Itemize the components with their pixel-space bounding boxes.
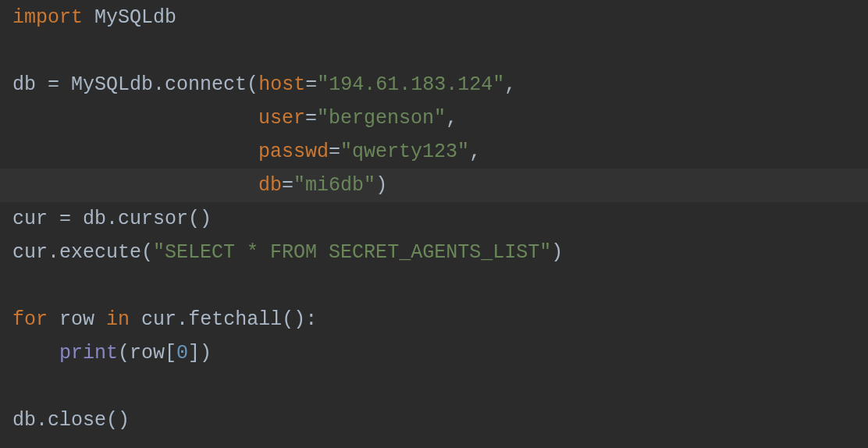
method-name: execute <box>59 241 141 264</box>
method-name: connect <box>165 73 247 96</box>
paren-open: ( <box>247 73 258 96</box>
operator: = <box>282 174 293 197</box>
method-name: fetchall <box>188 308 282 331</box>
param-passwd: passwd <box>258 140 329 163</box>
method-name: cursor <box>118 208 188 230</box>
dot: . <box>176 308 188 331</box>
space <box>83 6 94 29</box>
code-line[interactable]: import MySQLdb <box>11 1 868 34</box>
object-ref: cur <box>12 241 48 264</box>
comma: , <box>504 73 516 96</box>
parens-colon: (): <box>282 308 317 331</box>
bracket-open: [ <box>165 342 176 364</box>
variable: row <box>130 342 165 364</box>
code-editor[interactable]: 💡 import MySQLdb db = MySQLdb.connect(ho… <box>0 0 868 437</box>
variable: row <box>59 308 94 331</box>
space <box>94 308 106 331</box>
code-line-empty[interactable] <box>11 370 868 404</box>
indent <box>12 107 258 130</box>
operator: = <box>48 208 83 230</box>
dot: . <box>153 73 165 96</box>
paren-close: ) <box>200 342 212 364</box>
param-host: host <box>258 73 305 96</box>
indent <box>12 140 258 163</box>
bracket-close: ] <box>188 342 200 364</box>
code-line[interactable]: print(row[0]) <box>11 336 868 370</box>
operator: = <box>305 73 317 96</box>
operator: = <box>36 73 71 96</box>
space <box>130 308 141 331</box>
keyword-for: for <box>12 308 48 331</box>
string-literal: "SELECT * FROM SECRET_AGENTS_LIST" <box>153 241 551 264</box>
param-db: db <box>258 174 282 197</box>
operator: = <box>305 107 317 130</box>
indent <box>12 342 59 364</box>
comma: , <box>446 107 457 130</box>
string-literal: "mi6db" <box>293 174 375 197</box>
parens: () <box>106 409 130 432</box>
code-line-empty[interactable] <box>11 34 868 68</box>
comma: , <box>469 140 481 163</box>
keyword-in: in <box>106 308 130 331</box>
code-line[interactable]: passwd="qwerty123", <box>11 135 868 169</box>
code-line[interactable]: for row in cur.fetchall(): <box>11 303 868 336</box>
parens: () <box>188 208 212 230</box>
code-line-empty[interactable] <box>11 269 868 303</box>
module-ref: MySQLdb <box>71 73 153 96</box>
string-literal: "bergenson" <box>317 107 446 130</box>
dot: . <box>36 409 48 432</box>
variable: db <box>12 73 36 96</box>
object-ref: cur <box>141 308 176 331</box>
number-literal: 0 <box>176 342 188 364</box>
param-user: user <box>258 107 305 130</box>
code-line[interactable]: user="bergenson", <box>11 101 868 135</box>
module-name: MySQLdb <box>94 6 176 29</box>
code-line[interactable]: cur.execute("SELECT * FROM SECRET_AGENTS… <box>11 236 868 269</box>
dot: . <box>48 241 59 264</box>
code-line-current[interactable]: db="mi6db") <box>0 169 868 202</box>
paren-open: ( <box>141 241 153 264</box>
paren-open: ( <box>118 342 130 364</box>
code-line[interactable]: db = MySQLdb.connect(host="194.61.183.12… <box>11 68 868 101</box>
variable: cur <box>12 208 48 230</box>
operator: = <box>329 140 340 163</box>
indent <box>12 174 258 197</box>
dot: . <box>106 208 118 230</box>
object-ref: db <box>83 208 106 230</box>
builtin-print: print <box>59 342 118 364</box>
keyword-import: import <box>12 6 83 29</box>
string-literal: "qwerty123" <box>340 140 469 163</box>
string-literal: "194.61.183.124" <box>317 73 504 96</box>
code-line[interactable]: db.close() <box>11 404 868 437</box>
paren-close: ) <box>551 241 563 264</box>
space <box>48 308 59 331</box>
method-name: close <box>48 409 106 432</box>
code-line[interactable]: cur = db.cursor() <box>11 202 868 236</box>
object-ref: db <box>12 409 36 432</box>
paren-close: ) <box>375 174 387 197</box>
